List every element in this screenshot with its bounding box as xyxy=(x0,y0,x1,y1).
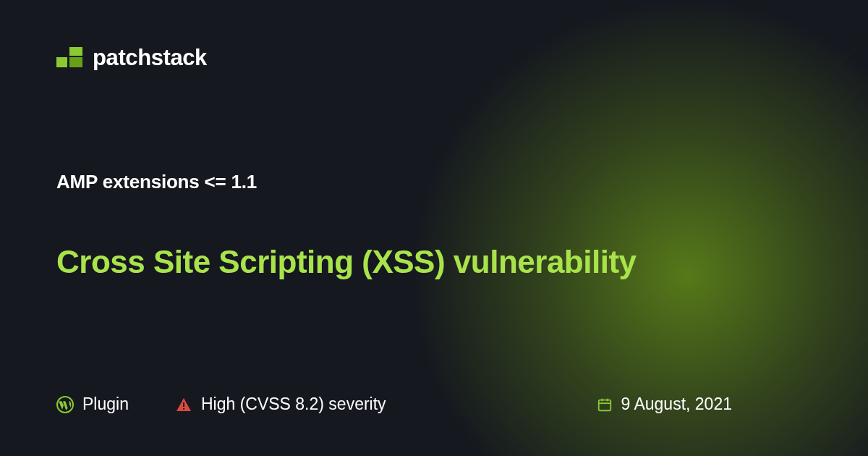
brand-name: patchstack xyxy=(93,45,207,71)
meta-footer: Plugin High (CVSS 8.2) severity xyxy=(56,394,812,414)
svg-rect-1 xyxy=(183,402,184,407)
warning-icon xyxy=(175,396,192,413)
calendar-icon xyxy=(597,397,613,413)
svg-rect-2 xyxy=(183,408,184,410)
svg-rect-3 xyxy=(598,400,610,410)
date-label: 9 August, 2021 xyxy=(621,394,732,414)
affected-version: AMP extensions <= 1.1 xyxy=(56,171,812,193)
card: patchstack AMP extensions <= 1.1 Cross S… xyxy=(0,0,868,456)
type-item: Plugin xyxy=(56,394,129,414)
wordpress-icon xyxy=(56,396,74,413)
severity-item: High (CVSS 8.2) severity xyxy=(175,394,386,414)
date-item: 9 August, 2021 xyxy=(597,394,732,414)
patchstack-logo-icon xyxy=(56,47,82,69)
vulnerability-title: Cross Site Scripting (XSS) vulnerability xyxy=(56,244,812,280)
type-label: Plugin xyxy=(82,394,129,414)
severity-label: High (CVSS 8.2) severity xyxy=(201,394,386,414)
brand: patchstack xyxy=(56,45,812,71)
